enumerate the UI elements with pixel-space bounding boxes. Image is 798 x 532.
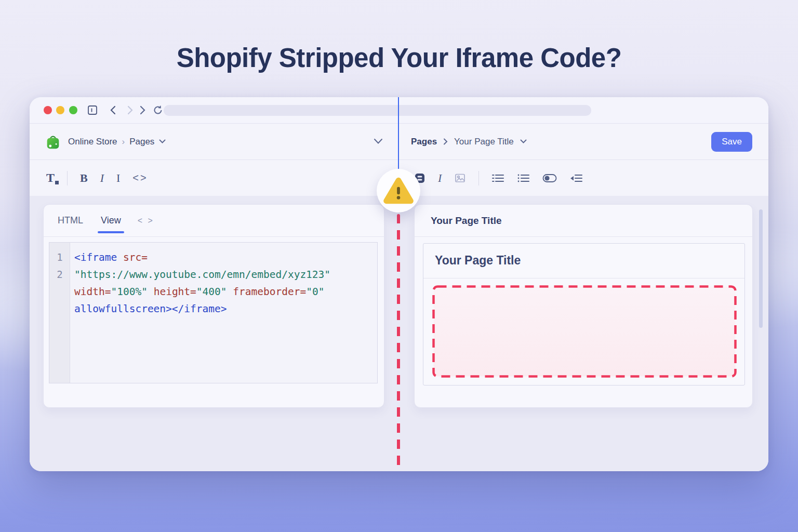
scrollbar-thumb[interactable]: [759, 209, 763, 328]
ordered-list-icon[interactable]: [517, 173, 530, 183]
chevron-down-icon[interactable]: [520, 139, 527, 144]
sidebar-icon[interactable]: [86, 104, 99, 116]
forward-icon-2[interactable]: [136, 104, 148, 116]
forward-icon[interactable]: [123, 104, 136, 116]
tab-html[interactable]: HTML: [57, 206, 84, 235]
line-number: 1: [49, 249, 70, 266]
line-number: 2: [49, 266, 70, 317]
toolbar-divider: [67, 171, 68, 185]
warning-badge: [377, 169, 420, 212]
bold-icon[interactable]: B: [80, 172, 88, 184]
toolbar-right: I: [414, 160, 583, 196]
outdent-icon[interactable]: [569, 173, 583, 183]
bullet-list-icon[interactable]: [491, 173, 504, 183]
page-preview-panel: Your Page Title Your Page Title: [414, 204, 753, 408]
breadcrumb-pages[interactable]: Pages: [411, 137, 437, 147]
breadcrumb-page-title[interactable]: Your Page Title: [454, 137, 514, 147]
back-icon[interactable]: [108, 104, 120, 116]
italic-icon[interactable]: I: [438, 172, 442, 184]
breadcrumb-separator: ›: [122, 137, 125, 147]
code-rows: 1<iframe src=2"https://www.youtube.com/e…: [49, 249, 377, 317]
refresh-icon[interactable]: [152, 104, 164, 116]
collapse-chevron-down-icon[interactable]: [374, 138, 383, 144]
preview-header-title: Your Page Title: [431, 215, 502, 227]
minimize-window-button[interactable]: [56, 106, 64, 114]
serif-i-icon[interactable]: I: [116, 172, 120, 184]
header-row: Online Store › Pages Pages Your Page Tit…: [30, 123, 768, 159]
code-tab-icon[interactable]: < >: [138, 216, 154, 225]
save-button[interactable]: Save: [711, 132, 752, 152]
stripped-iframe-placeholder: [432, 285, 737, 378]
toggle-icon[interactable]: [542, 174, 557, 183]
text-format-icon[interactable]: T: [46, 171, 55, 185]
preview-header: Your Page Title: [415, 205, 752, 237]
italic-icon[interactable]: I: [100, 172, 104, 184]
breadcrumb-section[interactable]: Pages: [129, 137, 154, 147]
browser-chrome: [30, 97, 768, 123]
chevron-down-icon[interactable]: [159, 139, 166, 144]
close-window-button[interactable]: [44, 106, 52, 114]
tab-view[interactable]: View: [100, 206, 122, 235]
page-title: Shopify Stripped Your Iframe Code?: [0, 43, 798, 73]
breadcrumb-store[interactable]: Online Store: [68, 137, 117, 147]
preview-page-title: Your Page Title: [423, 244, 744, 268]
preview-card: Your Page Title: [423, 243, 745, 385]
code-line: "https://www.youtube.com/emn/embed/xyz12…: [70, 266, 377, 317]
preview-divider: [423, 278, 744, 278]
code-editor[interactable]: 1<iframe src=2"https://www.youtube.com/e…: [49, 242, 378, 383]
html-editor-panel: HTML View < > 1<iframe src=2"https://www…: [43, 204, 384, 408]
browser-window: Online Store › Pages Pages Your Page Tit…: [30, 97, 768, 471]
code-line: <iframe src=: [70, 249, 377, 266]
code-icon[interactable]: <>: [132, 172, 148, 184]
breadcrumb[interactable]: Online Store › Pages: [44, 124, 166, 159]
editor-tabs: HTML View < >: [44, 205, 384, 237]
toolbar-left: T B I I <>: [46, 160, 148, 196]
zoom-window-button[interactable]: [69, 106, 77, 114]
page-breadcrumb: Pages Your Page Title: [411, 124, 527, 159]
warning-triangle-icon: [383, 177, 414, 205]
shopify-bag-icon: [44, 133, 62, 151]
split-divider-line: [398, 97, 399, 173]
toolbar-divider: [478, 171, 479, 185]
stripped-divider-dashed-line: [397, 214, 400, 471]
chevron-right-icon: [443, 138, 448, 145]
image-icon[interactable]: [454, 172, 466, 184]
address-bar[interactable]: [164, 105, 591, 116]
